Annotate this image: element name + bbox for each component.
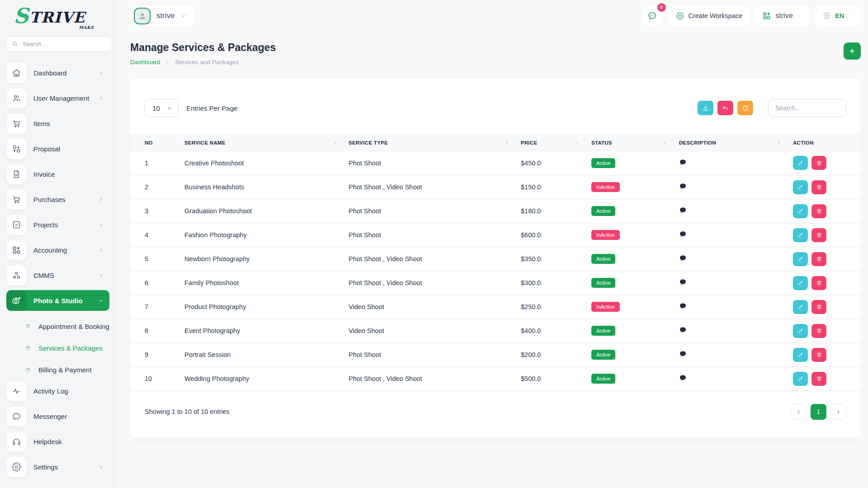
sidebar-subitem-services-packages[interactable]: Services & Packages	[6, 337, 118, 359]
delete-button[interactable]	[811, 156, 826, 170]
sidebar-item-settings[interactable]: Settings	[6, 456, 109, 477]
column-header-status[interactable]: STATUS	[591, 135, 679, 151]
cell-price: $150.0	[521, 175, 591, 199]
sidebar-item-label: Photo & Studio	[33, 297, 98, 305]
table-row: 7Product PhotographyVideo Shoot$250.0InA…	[130, 295, 861, 319]
cell-service-type: Phot Shoot , Video Shoot	[349, 271, 521, 295]
edit-button[interactable]	[793, 228, 808, 242]
cell-service-type: Video Shoot	[349, 295, 521, 319]
chevron-right-icon	[98, 222, 104, 228]
sort-icon	[776, 140, 782, 146]
entries-per-page-select[interactable]: 10	[145, 99, 179, 117]
column-header-label: ACTION	[793, 140, 814, 145]
delete-button[interactable]	[811, 180, 826, 194]
edit-button[interactable]	[793, 204, 808, 218]
column-header-label: SERVICE TYPE	[349, 140, 388, 145]
file-icon	[6, 164, 27, 184]
delete-button[interactable]	[811, 204, 826, 218]
description-bubble-icon[interactable]	[679, 326, 687, 334]
logo-letter: S	[14, 7, 28, 25]
chevron-right-icon	[98, 197, 104, 202]
sidebar-item-label: Activity Log	[33, 387, 104, 395]
edit-button[interactable]	[793, 180, 808, 194]
export-button[interactable]	[698, 101, 713, 115]
breadcrumb-current: Services and Packages	[175, 59, 239, 66]
description-bubble-icon[interactable]	[679, 374, 687, 382]
sidebar-item-projects[interactable]: Projects	[6, 214, 109, 235]
description-bubble-icon[interactable]	[679, 278, 687, 286]
edit-button[interactable]	[793, 252, 808, 266]
cell-no: 6	[130, 271, 184, 295]
status-badge: Active	[591, 350, 615, 360]
breadcrumb-dashboard-link[interactable]: Dashboard	[130, 59, 160, 66]
edit-button[interactable]	[793, 156, 808, 170]
user-menu[interactable]: strive	[130, 5, 196, 27]
table-search-input[interactable]	[769, 99, 846, 117]
description-bubble-icon[interactable]	[679, 254, 687, 262]
description-bubble-icon[interactable]	[679, 302, 687, 310]
delete-button[interactable]	[811, 300, 826, 314]
edit-button[interactable]	[793, 372, 808, 386]
sidebar-item-items[interactable]: Items	[6, 113, 109, 134]
table-row: 5Newborn PhotographyPhot Shoot , Video S…	[130, 247, 861, 271]
column-header-description[interactable]: DESCRIPTION	[679, 135, 793, 151]
pagination-page-1[interactable]: 1	[811, 404, 826, 420]
delete-button[interactable]	[811, 276, 826, 290]
sidebar-search-input[interactable]	[22, 40, 107, 48]
edit-button[interactable]	[793, 348, 808, 362]
column-header-service-name[interactable]: SERVICE NAME	[184, 135, 349, 151]
sidebar-item-proposal[interactable]: Proposal	[6, 138, 109, 159]
delete-button[interactable]	[811, 324, 826, 338]
chat-button[interactable]: 0	[642, 6, 663, 26]
sidebar-item-user-management[interactable]: User Management	[6, 88, 109, 108]
undo-button[interactable]	[717, 101, 733, 115]
sidebar-item-dashboard[interactable]: Dashboard	[6, 62, 109, 83]
column-header-price[interactable]: PRICE	[521, 135, 591, 151]
edit-button[interactable]	[793, 276, 808, 290]
column-header-service-type[interactable]: SERVICE TYPE	[349, 135, 521, 151]
edit-button[interactable]	[793, 324, 808, 338]
delete-button[interactable]	[811, 252, 826, 266]
workspace-selector[interactable]: strive	[755, 6, 809, 26]
services-table-card: 10 Entries Per Page NOSERVICE NAMESERVIC…	[130, 78, 861, 438]
cart-icon	[6, 113, 27, 134]
sidebar-item-activity-log[interactable]: Activity Log	[6, 380, 109, 401]
chevron-down-icon	[181, 13, 187, 19]
sidebar-item-cmms[interactable]: CMMS	[6, 265, 109, 286]
sidebar-subitem-billing-payment[interactable]: Billing & Payment	[6, 359, 118, 380]
sidebar-item-messenger[interactable]: Messenger	[6, 406, 109, 427]
sidebar-item-invoice[interactable]: Invoice	[6, 164, 109, 184]
sidebar-item-helpdesk[interactable]: Helpdesk	[6, 431, 109, 452]
cell-price: $350.0	[521, 247, 591, 271]
description-bubble-icon[interactable]	[679, 159, 687, 166]
create-workspace-label: Create Workspace	[689, 12, 743, 19]
cell-service-name: Creative Photoshoot	[184, 151, 349, 175]
pagination-prev-button[interactable]	[791, 404, 807, 420]
delete-button[interactable]	[811, 228, 826, 242]
sidebar: S TRIVE MAKE DashboardUser ManagementIte…	[0, 0, 118, 488]
sidebar-item-label: Messenger	[33, 413, 104, 420]
delete-button[interactable]	[811, 348, 826, 362]
cell-description	[679, 271, 793, 295]
sidebar-item-photo-studio[interactable]: Photo & Studio	[6, 290, 109, 311]
sort-icon	[575, 140, 580, 146]
refresh-button[interactable]	[737, 101, 753, 115]
refresh-icon	[742, 105, 749, 112]
description-bubble-icon[interactable]	[679, 350, 687, 358]
delete-button[interactable]	[811, 372, 826, 386]
add-service-button[interactable]	[844, 42, 861, 60]
description-bubble-icon[interactable]	[679, 230, 687, 238]
pagination-next-button[interactable]	[830, 404, 846, 420]
edit-button[interactable]	[793, 300, 808, 314]
description-bubble-icon[interactable]	[679, 183, 687, 190]
sidebar-item-purchases[interactable]: Purchases	[6, 189, 109, 210]
sidebar-subitem-appointment-booking[interactable]: Appointment & Booking	[6, 315, 118, 337]
language-selector[interactable]: EN	[815, 6, 861, 26]
app-logo: S TRIVE MAKE	[14, 7, 94, 30]
description-bubble-icon[interactable]	[679, 206, 687, 214]
chevron-left-icon	[796, 409, 802, 415]
create-workspace-button[interactable]: Create Workspace	[668, 6, 750, 26]
chevron-down-icon	[848, 13, 854, 19]
sidebar-item-accounting[interactable]: Accounting	[6, 239, 109, 260]
chevron-right-icon	[98, 95, 104, 101]
